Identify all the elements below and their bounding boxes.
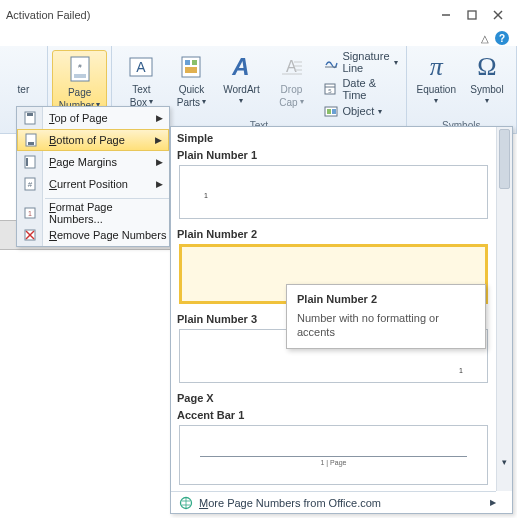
menu-bottom-of-page[interactable]: Bottom of Page▶ [17,129,169,151]
menu-format-page-numbers[interactable]: 1 Format Page Numbers... [17,202,169,224]
tooltip-description: Number with no formatting or accents [297,311,475,340]
gallery-category-simple: Simple [175,129,492,146]
svg-text:#: # [28,180,33,189]
svg-rect-12 [185,67,197,73]
page-number-menu: Top of Page▶ Bottom of Page▶ Page Margin… [16,106,170,247]
gallery-category-pagex: Page X [175,389,492,406]
svg-rect-11 [192,60,197,65]
svg-text:A: A [232,53,250,80]
remove-numbers-icon [22,227,38,243]
page-margins-icon [22,154,38,170]
menu-page-margins[interactable]: Page Margins▶ [17,151,169,173]
object-button[interactable]: Object ▾ [324,104,382,118]
text-box-icon: A [126,52,156,82]
wordart-icon: A [226,52,256,82]
maximize-button[interactable] [459,5,485,25]
quick-parts-icon [176,52,206,82]
date-time-button[interactable]: 5 Date & Time [324,77,397,101]
menu-remove-page-numbers[interactable]: Remove Page Numbers [17,224,169,246]
minimize-button[interactable] [433,5,459,25]
ribbon-toggle-icon[interactable]: △ [481,33,489,44]
signature-line-button[interactable]: Signature Line ▾ [324,50,397,74]
page-number-icon: # [65,55,95,85]
svg-rect-25 [332,109,336,114]
gallery-item-label: Plain Number 1 [175,146,492,163]
symbol-button[interactable]: Ω Symbol ▾ [466,50,508,108]
quick-parts-button[interactable]: Quick Parts▾ [170,50,212,118]
close-button[interactable] [485,5,511,25]
top-of-page-icon [22,110,38,126]
svg-rect-27 [27,113,33,116]
help-icon[interactable]: ? [495,31,509,45]
svg-rect-6 [74,74,86,78]
title-bar: Activation Failed) [0,0,517,30]
svg-rect-29 [28,142,34,145]
symbol-icon: Ω [472,52,502,82]
wordart-button[interactable]: A WordArt ▾ [220,50,262,118]
scrollbar-thumb[interactable] [499,129,510,189]
tooltip: Plain Number 2 Number with no formatting… [286,284,486,349]
menu-top-of-page[interactable]: Top of Page▶ [17,107,169,129]
svg-rect-1 [468,11,476,19]
office-com-icon [179,496,193,510]
svg-text:1: 1 [28,210,32,217]
gallery-item-label: Plain Number 2 [175,225,492,242]
gallery-item-plain-number-1[interactable]: 1 [179,165,488,219]
equation-icon: π [421,52,451,82]
equation-button[interactable]: π Equation ▾ [415,50,458,108]
format-numbers-icon: 1 [22,205,38,221]
bottom-of-page-icon [23,132,39,148]
drop-cap-icon: A [276,52,306,82]
header-footer-button-partial[interactable]: ter [6,50,40,97]
help-bar: △ ? [0,30,517,46]
gallery-item-label: Accent Bar 1 [175,406,492,423]
object-icon [324,104,338,118]
svg-rect-31 [26,158,28,166]
svg-rect-10 [185,60,190,65]
signature-icon [324,55,338,69]
menu-current-position[interactable]: # Current Position▶ [17,173,169,195]
svg-text:A: A [137,59,147,75]
drop-cap-button[interactable]: A Drop Cap▾ [270,50,312,118]
gallery-item-accent-bar-1[interactable]: 1 | Page [179,425,488,485]
symbols-group: π Equation ▾ Ω Symbol ▾ Symbols [407,46,517,133]
svg-rect-24 [327,109,331,114]
gallery-footer-more[interactable]: More Page Numbers from Office.com ▶ [171,491,496,513]
window-title: Activation Failed) [6,9,90,21]
date-time-icon: 5 [324,82,338,96]
scrollbar-down-icon[interactable]: ▾ [499,457,510,467]
chevron-right-icon: ▶ [490,498,496,507]
gallery-scrollbar[interactable]: ▾ [496,127,512,491]
current-position-icon: # [22,176,38,192]
tooltip-title: Plain Number 2 [297,293,475,305]
